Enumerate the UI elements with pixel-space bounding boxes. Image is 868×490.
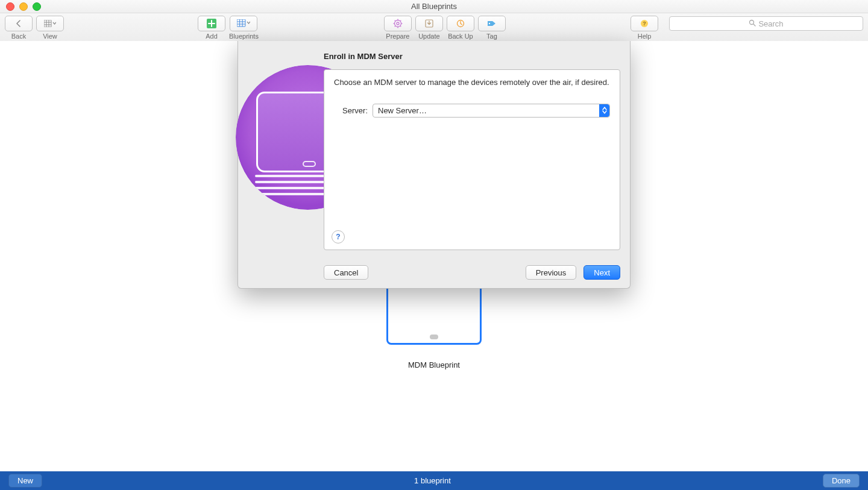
tag-label: Tag — [486, 33, 497, 40]
download-icon — [425, 19, 433, 28]
svg-point-23 — [489, 23, 490, 24]
cancel-label: Cancel — [334, 268, 358, 277]
clock-icon — [456, 19, 465, 28]
blueprint-icon — [386, 282, 482, 345]
toolbar: Back View Add — [0, 13, 868, 44]
view-label: View — [43, 33, 57, 40]
updown-icon — [599, 104, 609, 117]
previous-button[interactable]: Previous — [526, 265, 577, 280]
sheet-description: Choose an MDM server to manage the devic… — [334, 77, 610, 88]
tag-button[interactable] — [478, 16, 506, 31]
chevron-left-icon — [15, 20, 22, 27]
sheet-buttons: Cancel Previous Next — [324, 265, 620, 280]
prepare-button[interactable] — [384, 16, 412, 31]
server-row: Server: New Server… — [336, 104, 610, 118]
status-text: 1 blueprint — [42, 476, 823, 485]
sheet-title: Enroll in MDM Server — [324, 52, 630, 61]
server-label: Server: — [336, 106, 368, 115]
svg-rect-6 — [237, 19, 245, 27]
svg-text:?: ? — [643, 20, 646, 27]
svg-point-26 — [750, 20, 754, 24]
question-icon: ? — [336, 233, 340, 241]
blueprints-icon — [237, 19, 250, 28]
prepare-label: Prepare — [386, 33, 409, 40]
back-button[interactable] — [5, 16, 33, 31]
backup-label: Back Up — [448, 33, 473, 40]
svg-line-18 — [400, 26, 401, 27]
svg-line-17 — [395, 20, 395, 21]
blueprints-label: Blueprints — [229, 33, 259, 40]
view-button[interactable] — [36, 16, 64, 31]
window-title: All Blueprints — [0, 2, 868, 11]
done-label: Done — [832, 476, 851, 485]
help-icon: ? — [640, 19, 649, 28]
new-label: New — [17, 476, 33, 485]
help-label: Help — [638, 33, 652, 40]
help-button[interactable]: ? — [631, 16, 658, 31]
previous-label: Previous — [536, 268, 567, 277]
next-label: Next — [594, 268, 610, 277]
bottombar: New 1 blueprint Done — [0, 471, 868, 490]
blueprint-label: MDM Blueprint — [386, 360, 482, 369]
enroll-mdm-sheet: Enroll in MDM Server Choose an MDM serve… — [237, 41, 631, 289]
plus-icon — [207, 19, 216, 28]
svg-line-19 — [395, 26, 395, 27]
search-input[interactable]: Search — [669, 16, 863, 31]
done-button[interactable]: Done — [823, 474, 860, 488]
sheet-panel: Choose an MDM server to manage the devic… — [324, 69, 620, 250]
add-label: Add — [206, 33, 218, 40]
svg-line-27 — [753, 24, 755, 26]
home-indicator-icon — [430, 335, 438, 339]
grid-icon — [44, 20, 56, 27]
svg-rect-0 — [44, 20, 51, 27]
search-icon — [749, 19, 756, 28]
svg-point-11 — [394, 20, 401, 27]
search-placeholder: Search — [758, 19, 783, 28]
new-button[interactable]: New — [8, 474, 42, 488]
server-select[interactable]: New Server… — [373, 104, 610, 118]
svg-point-12 — [397, 22, 399, 25]
update-button[interactable] — [415, 16, 443, 31]
add-button[interactable] — [198, 16, 225, 31]
blueprints-button[interactable] — [230, 16, 257, 31]
tag-icon — [487, 20, 497, 27]
gear-icon — [393, 19, 403, 28]
server-select-value: New Server… — [378, 106, 427, 115]
back-label: Back — [11, 33, 26, 40]
panel-help-button[interactable]: ? — [332, 230, 345, 243]
svg-line-20 — [400, 20, 401, 21]
update-label: Update — [418, 33, 439, 40]
backup-button[interactable] — [447, 16, 474, 31]
next-button[interactable]: Next — [583, 265, 620, 280]
blueprint-item[interactable]: MDM Blueprint — [386, 282, 482, 369]
cancel-button[interactable]: Cancel — [324, 265, 368, 280]
titlebar: All Blueprints — [0, 0, 868, 13]
